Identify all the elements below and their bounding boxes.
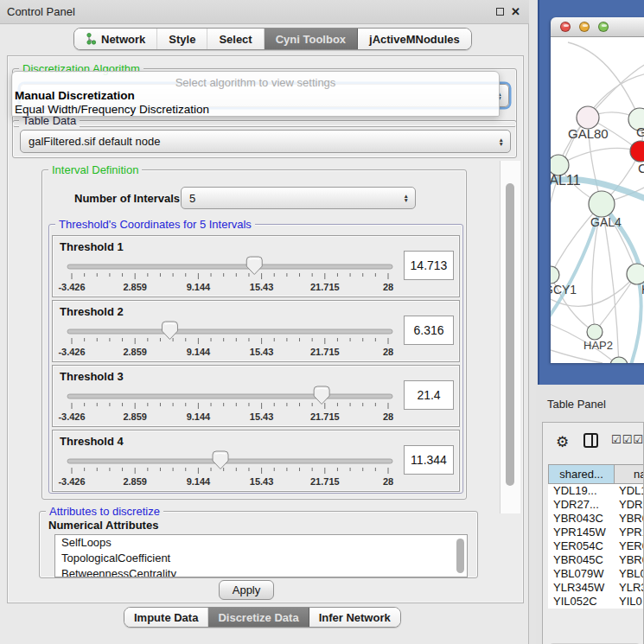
attributes-label: Attributes to discretize <box>46 505 163 518</box>
gear-icon[interactable]: ⚙ <box>556 433 569 451</box>
tab-jactivemnodules[interactable]: jActiveMNodules <box>358 29 471 49</box>
tab-label: Impute Data <box>134 611 198 624</box>
table-row[interactable]: YER054CYER0 <box>548 539 644 553</box>
threshold-3-label: Threshold 3 <box>60 370 124 383</box>
float-window-icon[interactable] <box>494 5 507 18</box>
mac-close-icon[interactable] <box>560 22 571 32</box>
svg-text:2.859: 2.859 <box>123 347 147 357</box>
threshold-3-slider[interactable]: -3.4262.8599.14415.4321.71528 <box>58 385 402 424</box>
table-row[interactable]: YDR27...YDR2 <box>548 498 644 512</box>
vertical-scrollbar-thumb[interactable] <box>506 183 514 486</box>
table-row[interactable]: YBR045CYBR0 <box>548 553 644 567</box>
number-of-intervals-combobox[interactable]: 5 ▲▼ <box>181 187 416 209</box>
network-window-titlebar <box>551 17 644 37</box>
table-row[interactable]: YIL052CYIL0 <box>548 595 644 609</box>
cell-name: YBL0 <box>614 567 644 581</box>
threshold-1-label: Threshold 1 <box>60 240 124 253</box>
attributes-scrollbar-thumb[interactable] <box>456 539 464 573</box>
svg-text:-3.426: -3.426 <box>58 411 85 422</box>
svg-text:9.144: 9.144 <box>187 411 211 422</box>
algorithm-hint-text: Select algorithm to view settings <box>12 76 499 89</box>
attribute-item-1[interactable]: SelfLoops <box>55 535 467 551</box>
network-node-H-node[interactable] <box>627 264 644 284</box>
network-node-label: GAL11 <box>551 173 581 188</box>
svg-text:21.715: 21.715 <box>310 476 340 487</box>
tab-network[interactable]: Network <box>74 29 157 49</box>
threshold-1-slider[interactable]: -3.4262.8599.14415.4321.71528 <box>58 255 402 295</box>
apply-button[interactable]: Apply <box>219 580 274 600</box>
svg-text:28: 28 <box>383 347 393 357</box>
table-data-selected: galFiltered.sif default node <box>29 135 160 148</box>
close-icon[interactable]: ✕ <box>509 5 522 18</box>
network-node-GAL4[interactable] <box>589 191 615 217</box>
table-row[interactable]: YBL079WYBL0 <box>548 567 644 581</box>
threshold-2-value-field[interactable]: 6.316 <box>404 316 454 345</box>
popup-item-1[interactable]: Manual Discretization <box>15 89 135 102</box>
network-thick-edge[interactable] <box>630 274 641 363</box>
svg-text:21.715: 21.715 <box>310 347 340 357</box>
threshold-2-label: Threshold 2 <box>60 305 124 318</box>
tab-impute-data[interactable]: Impute Data <box>124 608 208 627</box>
table-data-combobox[interactable]: galFiltered.sif default node ▲▼ <box>20 130 511 153</box>
network-frame: GAL80GACGAL11GAL4GCY1HHAP2 <box>538 0 644 385</box>
tab-cyni-toolbox[interactable]: Cyni Toolbox <box>265 29 358 49</box>
cell-shared-name: YBL079W <box>548 567 614 581</box>
column-header-shared-name[interactable]: shared... <box>549 465 615 483</box>
svg-text:2.859: 2.859 <box>123 282 147 292</box>
columns-icon[interactable] <box>583 433 598 448</box>
network-node-label: C <box>638 161 644 175</box>
threshold-4-slider[interactable]: -3.4262.8599.14415.4321.71528 <box>58 450 402 489</box>
network-edge[interactable] <box>568 42 640 119</box>
table-row[interactable]: YDL19...YDL1 <box>548 484 644 498</box>
svg-text:-3.426: -3.426 <box>58 347 85 357</box>
vertical-scrollbar[interactable] <box>500 161 520 513</box>
network-node-red-node[interactable] <box>630 141 644 162</box>
algorithm-dropdown-popup: Select algorithm to view settings Manual… <box>11 71 500 117</box>
network-node-HAP2[interactable] <box>587 324 603 340</box>
control-panel-titlebar: Control Panel ✕ <box>0 0 529 24</box>
threshold-3-value-field[interactable]: 21.4 <box>404 380 454 410</box>
table-row[interactable]: YBR043CYBR0 <box>548 512 644 526</box>
cell-shared-name: YPR145W <box>548 526 614 539</box>
tab-label: Infer Network <box>319 611 391 624</box>
tab-style[interactable]: Style <box>157 29 207 49</box>
screen: Control Panel ✕ NetworkStyleSelectCyni T… <box>0 0 644 644</box>
cell-name: YBR0 <box>614 553 644 567</box>
attribute-item-2[interactable]: TopologicalCoefficient <box>55 551 467 566</box>
checkbox-icons[interactable]: ☑☑☑ <box>611 433 644 446</box>
svg-text:15.43: 15.43 <box>250 347 274 357</box>
cyni-mode-tab-bar: Impute DataDiscretize DataInfer Network <box>124 607 401 628</box>
column-header-name[interactable]: na <box>615 465 644 483</box>
cell-shared-name: YER054C <box>548 539 614 553</box>
tab-infer-network[interactable]: Infer Network <box>309 608 400 627</box>
control-panel-tab-bar: NetworkStyleSelectCyni ToolboxjActiveMNo… <box>73 28 472 50</box>
tab-label: Cyni Toolbox <box>276 33 346 46</box>
settings-scrollpane: Interval Definition Number of Intervals … <box>10 161 520 513</box>
threshold-1-value-field[interactable]: 14.713 <box>404 251 454 280</box>
threshold-1-panel: Threshold 114.713-3.4262.8599.14415.4321… <box>52 235 460 297</box>
svg-text:15.43: 15.43 <box>250 476 274 487</box>
network-node-bottom-node[interactable] <box>610 357 628 363</box>
node-table: shared...naYDL19...YDL1YDR27...YDR2YBR04… <box>548 464 644 609</box>
threshold-4-value-field[interactable]: 11.344 <box>404 445 454 475</box>
tab-label: Style <box>169 33 195 46</box>
cell-name: YDR2 <box>614 498 644 512</box>
mac-zoom-icon[interactable] <box>598 22 609 32</box>
network-canvas[interactable]: GAL80GACGAL11GAL4GCY1HHAP2 <box>551 37 644 363</box>
numerical-attributes-list[interactable]: SelfLoopsTopologicalCoefficientBetweenne… <box>54 534 468 577</box>
combo-arrows-icon: ▲▼ <box>499 137 504 146</box>
popup-item-2[interactable]: Equal Width/Frequency Discretization <box>15 103 209 116</box>
network-edge[interactable] <box>558 148 641 165</box>
svg-text:-3.426: -3.426 <box>58 282 85 292</box>
table-row[interactable]: YLR345WYLR3 <box>548 581 644 595</box>
tab-select[interactable]: Select <box>207 29 264 49</box>
svg-text:21.715: 21.715 <box>310 282 340 292</box>
tab-label: jActiveMNodules <box>369 33 460 46</box>
network-window: GAL80GACGAL11GAL4GCY1HHAP2 <box>551 17 644 363</box>
mac-minimize-icon[interactable] <box>579 22 590 32</box>
tab-discretize-data[interactable]: Discretize Data <box>208 608 309 627</box>
threshold-2-slider[interactable]: -3.4262.8599.14415.4321.71528 <box>58 320 402 360</box>
table-row[interactable]: YPR145WYPR1 <box>548 526 644 539</box>
attribute-item-3[interactable]: BetweennessCentrality <box>55 566 467 577</box>
network-node-GCY1[interactable] <box>551 266 559 284</box>
